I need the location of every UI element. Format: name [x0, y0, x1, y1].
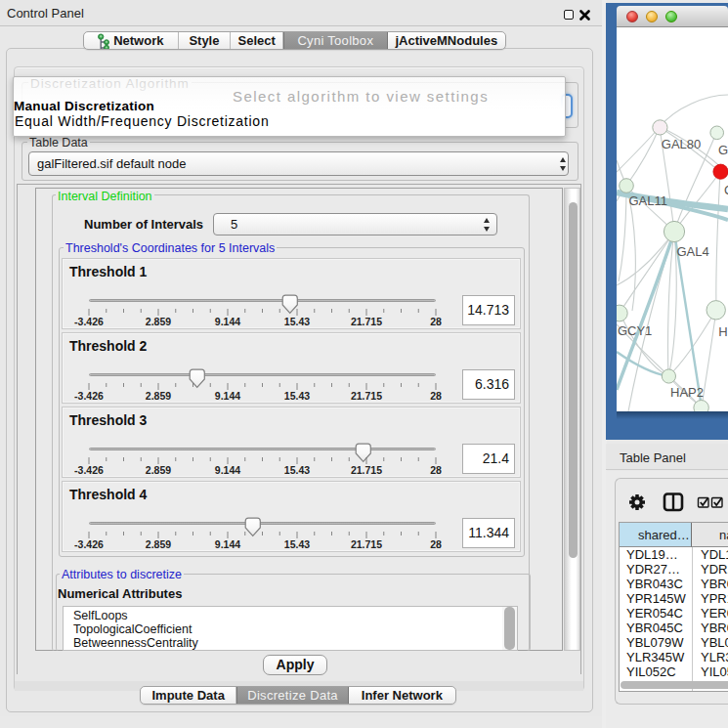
- svg-text:-3.426: -3.426: [74, 464, 104, 476]
- svg-text:15.43: 15.43: [284, 464, 310, 476]
- svg-text:9.144: 9.144: [215, 390, 240, 402]
- svg-text:9.144: 9.144: [215, 464, 240, 476]
- svg-text:GAL80: GAL80: [662, 137, 701, 151]
- svg-text:15.43: 15.43: [284, 316, 310, 327]
- svg-text:21.715: 21.715: [351, 316, 382, 327]
- svg-text:-3.426: -3.426: [74, 316, 104, 327]
- svg-text:-3.426: -3.426: [74, 538, 104, 550]
- svg-text:9.144: 9.144: [215, 316, 240, 327]
- svg-text:HAP2: HAP2: [670, 385, 704, 400]
- svg-text:15.43: 15.43: [284, 538, 310, 550]
- svg-text:21.715: 21.715: [351, 538, 382, 550]
- svg-text:28: 28: [430, 316, 442, 327]
- svg-text:C: C: [724, 183, 728, 197]
- svg-text:2.859: 2.859: [146, 390, 171, 402]
- svg-text:15.43: 15.43: [284, 390, 310, 402]
- svg-text:28: 28: [430, 464, 442, 476]
- svg-text:-3.426: -3.426: [74, 390, 104, 402]
- svg-text:2.859: 2.859: [146, 316, 171, 327]
- svg-text:21.715: 21.715: [351, 464, 382, 476]
- svg-text:21.715: 21.715: [351, 390, 382, 402]
- svg-text:2.859: 2.859: [146, 464, 171, 476]
- svg-text:2.859: 2.859: [146, 538, 171, 550]
- svg-text:9.144: 9.144: [215, 538, 240, 550]
- svg-text:GAL4: GAL4: [677, 244, 709, 259]
- svg-text:GCY1: GCY1: [618, 323, 652, 338]
- svg-text:28: 28: [430, 538, 442, 550]
- svg-text:H: H: [718, 324, 727, 339]
- svg-text:G.: G.: [718, 143, 728, 157]
- svg-text:GAL11: GAL11: [629, 193, 668, 208]
- svg-text:28: 28: [430, 390, 442, 402]
